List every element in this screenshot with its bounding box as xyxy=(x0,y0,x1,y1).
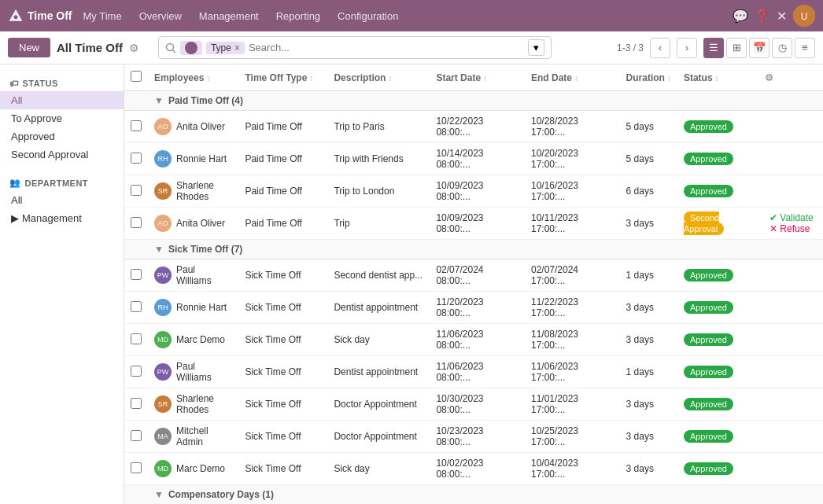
row-checkbox-cell xyxy=(124,143,148,175)
row-checkbox[interactable] xyxy=(131,462,142,473)
actions-cell xyxy=(758,175,823,208)
kanban-view-btn[interactable]: ⊞ xyxy=(726,38,747,58)
employee-cell: MD Marc Demo xyxy=(148,453,238,485)
duration-cell: 1 days xyxy=(620,259,677,292)
table-row: SR Sharlene Rhodes Sick Time Off Doctor … xyxy=(124,388,823,421)
new-button[interactable]: New xyxy=(8,38,50,57)
actions-cell xyxy=(758,453,823,485)
sidebar-item-approved[interactable]: Approved xyxy=(0,127,124,145)
pivot-view-btn[interactable]: ≡ xyxy=(795,38,815,58)
type-cell: Sick Time Off xyxy=(238,421,327,453)
row-checkbox[interactable] xyxy=(131,185,142,196)
prev-page-btn[interactable]: ‹ xyxy=(650,38,670,58)
header-type[interactable]: Time Off Type↕ xyxy=(238,64,327,91)
status-badge: Approved xyxy=(684,153,733,165)
next-page-btn[interactable]: › xyxy=(677,38,697,58)
status-cell: Approved xyxy=(677,175,758,208)
sidebar-item-all-dept[interactable]: All xyxy=(0,191,124,209)
calendar-view-btn[interactable]: 📅 xyxy=(749,38,769,58)
row-checkbox[interactable] xyxy=(131,153,142,164)
row-checkbox[interactable] xyxy=(131,301,142,312)
row-checkbox-cell xyxy=(124,388,148,421)
search-bar: Type × ▾ xyxy=(158,36,552,59)
header-end[interactable]: End Date↕ xyxy=(525,64,620,91)
group-header[interactable]: ▼Sick Time Off (7) xyxy=(124,240,823,259)
validate-action[interactable]: ✔ Validate xyxy=(769,212,814,223)
refuse-action[interactable]: ✕ Refuse xyxy=(769,223,810,234)
status-badge: Approved xyxy=(684,120,733,133)
end-date-cell: 10/28/2023 17:00:... xyxy=(525,111,620,143)
employee-avatar: MD xyxy=(154,460,172,477)
select-all-checkbox[interactable] xyxy=(131,71,142,82)
table-row: RH Ronnie Hart Paid Time Off Trip with F… xyxy=(124,143,823,175)
employee-cell: SR Sharlene Rhodes xyxy=(148,175,238,208)
page-settings-icon[interactable]: ⚙ xyxy=(129,42,139,54)
status-badge: Second Approval xyxy=(684,212,724,235)
status-cell: Approved xyxy=(677,259,758,292)
row-checkbox[interactable] xyxy=(131,430,142,441)
actions-cell: ✔ Validate✕ Refuse xyxy=(758,208,823,240)
group-header[interactable]: ▼Paid Time Off (4) xyxy=(124,91,823,111)
activity-view-btn[interactable]: ◷ xyxy=(772,38,792,58)
svg-point-4 xyxy=(166,43,173,50)
nav-configuration[interactable]: Configuration xyxy=(331,7,404,25)
list-view-btn[interactable]: ☰ xyxy=(703,38,724,58)
employee-name: Ronnie Hart xyxy=(176,302,227,313)
row-checkbox[interactable] xyxy=(131,398,142,409)
sidebar-item-management[interactable]: ▶ Management xyxy=(0,209,124,227)
chat-icon[interactable]: 💬 xyxy=(733,9,748,24)
end-date-cell: 11/22/2023 17:00:... xyxy=(525,292,620,324)
table-area: Employees↕ Time Off Type↕ Description↕ S… xyxy=(124,64,823,504)
search-input[interactable] xyxy=(249,42,524,53)
header-start[interactable]: Start Date↕ xyxy=(430,64,525,91)
row-checkbox[interactable] xyxy=(131,120,142,131)
row-checkbox[interactable] xyxy=(131,269,142,280)
filter-type-remove[interactable]: × xyxy=(234,42,240,53)
app-title: Time Off xyxy=(28,9,72,22)
nav-mytime[interactable]: My Time xyxy=(77,7,128,25)
employee-cell: AO Anita Oliver xyxy=(148,208,238,240)
employee-name: Marc Demo xyxy=(176,334,225,345)
filter-avatar-img xyxy=(185,42,197,54)
end-date-cell: 11/01/2023 17:00:... xyxy=(525,388,620,421)
duration-cell: 3 days xyxy=(620,208,677,240)
header-duration[interactable]: Duration↕ xyxy=(620,64,677,91)
row-checkbox-cell xyxy=(124,175,148,208)
actions-cell xyxy=(758,143,823,175)
employee-avatar: AO xyxy=(154,118,172,135)
help-icon[interactable]: ❓ xyxy=(755,9,770,24)
status-cell: Approved xyxy=(677,388,758,421)
row-checkbox-cell xyxy=(124,208,148,240)
column-filter-icon[interactable]: ⚙ xyxy=(765,72,773,83)
duration-cell: 3 days xyxy=(620,388,677,421)
employee-avatar: PW xyxy=(154,267,172,284)
app-logo[interactable]: Time Off xyxy=(8,8,72,24)
row-checkbox[interactable] xyxy=(131,217,142,228)
employee-avatar: MD xyxy=(154,331,172,348)
nav-overview[interactable]: Overview xyxy=(133,7,188,25)
status-cell: Approved xyxy=(677,292,758,324)
settings-icon[interactable]: ✕ xyxy=(777,9,787,24)
row-checkbox[interactable] xyxy=(131,366,142,377)
row-checkbox-cell xyxy=(124,453,148,485)
sidebar-item-all-status[interactable]: All xyxy=(0,91,124,109)
employee-name: Marc Demo xyxy=(176,463,225,474)
svg-text:U: U xyxy=(801,11,808,22)
description-cell: Second dentist app... xyxy=(327,259,430,292)
nav-management[interactable]: Management xyxy=(193,7,265,25)
sidebar-item-second-approval[interactable]: Second Approval xyxy=(0,145,124,164)
table-body: ▼Paid Time Off (4) AO Anita Oliver Paid … xyxy=(124,91,823,505)
employee-avatar: SR xyxy=(154,182,172,200)
row-checkbox[interactable] xyxy=(131,333,142,344)
group-header[interactable]: ▼Compensatory Days (1) xyxy=(124,485,823,505)
expand-arrow: ▶ xyxy=(11,212,19,224)
user-avatar[interactable]: U xyxy=(793,5,815,27)
sidebar-item-to-approve[interactable]: To Approve xyxy=(0,109,124,127)
header-employees[interactable]: Employees↕ xyxy=(148,64,238,91)
status-cell: Approved xyxy=(677,453,758,485)
type-cell: Paid Time Off xyxy=(238,111,327,143)
header-status[interactable]: Status↕ xyxy=(677,64,758,91)
search-dropdown-btn[interactable]: ▾ xyxy=(528,39,544,56)
header-description[interactable]: Description↕ xyxy=(327,64,430,91)
nav-reporting[interactable]: Reporting xyxy=(270,7,327,25)
